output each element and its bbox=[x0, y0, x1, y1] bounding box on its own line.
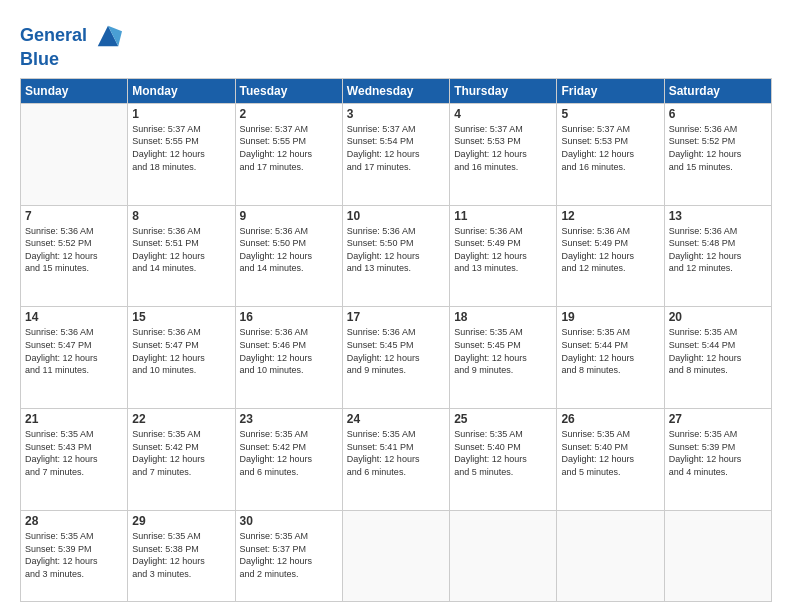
day-info: Sunrise: 5:35 AM Sunset: 5:37 PM Dayligh… bbox=[240, 530, 338, 580]
weekday-header-wednesday: Wednesday bbox=[342, 78, 449, 103]
calendar-week-row: 7Sunrise: 5:36 AM Sunset: 5:52 PM Daylig… bbox=[21, 205, 772, 307]
day-number: 21 bbox=[25, 412, 123, 426]
calendar-cell: 8Sunrise: 5:36 AM Sunset: 5:51 PM Daylig… bbox=[128, 205, 235, 307]
calendar-cell: 23Sunrise: 5:35 AM Sunset: 5:42 PM Dayli… bbox=[235, 409, 342, 511]
day-info: Sunrise: 5:35 AM Sunset: 5:38 PM Dayligh… bbox=[132, 530, 230, 580]
day-number: 15 bbox=[132, 310, 230, 324]
day-number: 6 bbox=[669, 107, 767, 121]
day-info: Sunrise: 5:36 AM Sunset: 5:52 PM Dayligh… bbox=[25, 225, 123, 275]
calendar-cell: 11Sunrise: 5:36 AM Sunset: 5:49 PM Dayli… bbox=[450, 205, 557, 307]
day-info: Sunrise: 5:35 AM Sunset: 5:45 PM Dayligh… bbox=[454, 326, 552, 376]
calendar-week-row: 14Sunrise: 5:36 AM Sunset: 5:47 PM Dayli… bbox=[21, 307, 772, 409]
day-number: 7 bbox=[25, 209, 123, 223]
day-info: Sunrise: 5:35 AM Sunset: 5:40 PM Dayligh… bbox=[561, 428, 659, 478]
day-info: Sunrise: 5:37 AM Sunset: 5:55 PM Dayligh… bbox=[132, 123, 230, 173]
calendar-cell: 24Sunrise: 5:35 AM Sunset: 5:41 PM Dayli… bbox=[342, 409, 449, 511]
calendar-cell: 28Sunrise: 5:35 AM Sunset: 5:39 PM Dayli… bbox=[21, 510, 128, 601]
day-info: Sunrise: 5:36 AM Sunset: 5:49 PM Dayligh… bbox=[561, 225, 659, 275]
day-number: 22 bbox=[132, 412, 230, 426]
calendar-cell bbox=[664, 510, 771, 601]
calendar-table: SundayMondayTuesdayWednesdayThursdayFrid… bbox=[20, 78, 772, 602]
calendar-cell: 18Sunrise: 5:35 AM Sunset: 5:45 PM Dayli… bbox=[450, 307, 557, 409]
day-number: 17 bbox=[347, 310, 445, 324]
calendar-cell: 4Sunrise: 5:37 AM Sunset: 5:53 PM Daylig… bbox=[450, 103, 557, 205]
day-info: Sunrise: 5:37 AM Sunset: 5:54 PM Dayligh… bbox=[347, 123, 445, 173]
day-number: 11 bbox=[454, 209, 552, 223]
calendar-cell bbox=[557, 510, 664, 601]
day-info: Sunrise: 5:35 AM Sunset: 5:39 PM Dayligh… bbox=[669, 428, 767, 478]
day-info: Sunrise: 5:36 AM Sunset: 5:50 PM Dayligh… bbox=[240, 225, 338, 275]
day-number: 9 bbox=[240, 209, 338, 223]
day-number: 20 bbox=[669, 310, 767, 324]
weekday-header-monday: Monday bbox=[128, 78, 235, 103]
day-info: Sunrise: 5:35 AM Sunset: 5:43 PM Dayligh… bbox=[25, 428, 123, 478]
day-info: Sunrise: 5:35 AM Sunset: 5:44 PM Dayligh… bbox=[669, 326, 767, 376]
day-info: Sunrise: 5:35 AM Sunset: 5:39 PM Dayligh… bbox=[25, 530, 123, 580]
day-info: Sunrise: 5:35 AM Sunset: 5:40 PM Dayligh… bbox=[454, 428, 552, 478]
day-number: 4 bbox=[454, 107, 552, 121]
calendar-cell: 1Sunrise: 5:37 AM Sunset: 5:55 PM Daylig… bbox=[128, 103, 235, 205]
day-number: 16 bbox=[240, 310, 338, 324]
logo-text: General bbox=[20, 22, 122, 50]
weekday-header-row: SundayMondayTuesdayWednesdayThursdayFrid… bbox=[21, 78, 772, 103]
day-info: Sunrise: 5:35 AM Sunset: 5:42 PM Dayligh… bbox=[240, 428, 338, 478]
day-info: Sunrise: 5:37 AM Sunset: 5:55 PM Dayligh… bbox=[240, 123, 338, 173]
weekday-header-saturday: Saturday bbox=[664, 78, 771, 103]
calendar-body: 1Sunrise: 5:37 AM Sunset: 5:55 PM Daylig… bbox=[21, 103, 772, 601]
day-info: Sunrise: 5:36 AM Sunset: 5:50 PM Dayligh… bbox=[347, 225, 445, 275]
logo-icon bbox=[94, 22, 122, 50]
day-number: 29 bbox=[132, 514, 230, 528]
weekday-header-thursday: Thursday bbox=[450, 78, 557, 103]
calendar-cell: 25Sunrise: 5:35 AM Sunset: 5:40 PM Dayli… bbox=[450, 409, 557, 511]
header: General Blue bbox=[20, 18, 772, 70]
calendar-cell: 27Sunrise: 5:35 AM Sunset: 5:39 PM Dayli… bbox=[664, 409, 771, 511]
day-number: 24 bbox=[347, 412, 445, 426]
calendar-cell: 16Sunrise: 5:36 AM Sunset: 5:46 PM Dayli… bbox=[235, 307, 342, 409]
weekday-header-friday: Friday bbox=[557, 78, 664, 103]
day-info: Sunrise: 5:36 AM Sunset: 5:47 PM Dayligh… bbox=[132, 326, 230, 376]
day-info: Sunrise: 5:36 AM Sunset: 5:51 PM Dayligh… bbox=[132, 225, 230, 275]
page: General Blue SundayMondayTuesdayWednesda… bbox=[0, 0, 792, 612]
day-info: Sunrise: 5:36 AM Sunset: 5:48 PM Dayligh… bbox=[669, 225, 767, 275]
day-info: Sunrise: 5:35 AM Sunset: 5:44 PM Dayligh… bbox=[561, 326, 659, 376]
day-number: 30 bbox=[240, 514, 338, 528]
day-info: Sunrise: 5:37 AM Sunset: 5:53 PM Dayligh… bbox=[454, 123, 552, 173]
day-info: Sunrise: 5:36 AM Sunset: 5:46 PM Dayligh… bbox=[240, 326, 338, 376]
calendar-cell: 3Sunrise: 5:37 AM Sunset: 5:54 PM Daylig… bbox=[342, 103, 449, 205]
calendar-cell: 30Sunrise: 5:35 AM Sunset: 5:37 PM Dayli… bbox=[235, 510, 342, 601]
day-number: 2 bbox=[240, 107, 338, 121]
logo-blue: Blue bbox=[20, 50, 122, 70]
weekday-header-tuesday: Tuesday bbox=[235, 78, 342, 103]
day-number: 1 bbox=[132, 107, 230, 121]
calendar-cell: 20Sunrise: 5:35 AM Sunset: 5:44 PM Dayli… bbox=[664, 307, 771, 409]
calendar-cell: 29Sunrise: 5:35 AM Sunset: 5:38 PM Dayli… bbox=[128, 510, 235, 601]
day-info: Sunrise: 5:36 AM Sunset: 5:52 PM Dayligh… bbox=[669, 123, 767, 173]
calendar-cell: 15Sunrise: 5:36 AM Sunset: 5:47 PM Dayli… bbox=[128, 307, 235, 409]
calendar-cell: 19Sunrise: 5:35 AM Sunset: 5:44 PM Dayli… bbox=[557, 307, 664, 409]
day-number: 3 bbox=[347, 107, 445, 121]
day-number: 12 bbox=[561, 209, 659, 223]
weekday-header-sunday: Sunday bbox=[21, 78, 128, 103]
calendar-cell: 12Sunrise: 5:36 AM Sunset: 5:49 PM Dayli… bbox=[557, 205, 664, 307]
calendar-week-row: 1Sunrise: 5:37 AM Sunset: 5:55 PM Daylig… bbox=[21, 103, 772, 205]
day-number: 18 bbox=[454, 310, 552, 324]
calendar-cell: 10Sunrise: 5:36 AM Sunset: 5:50 PM Dayli… bbox=[342, 205, 449, 307]
day-info: Sunrise: 5:36 AM Sunset: 5:47 PM Dayligh… bbox=[25, 326, 123, 376]
day-number: 13 bbox=[669, 209, 767, 223]
logo-general: General bbox=[20, 25, 87, 45]
day-info: Sunrise: 5:36 AM Sunset: 5:49 PM Dayligh… bbox=[454, 225, 552, 275]
day-number: 19 bbox=[561, 310, 659, 324]
calendar-cell: 14Sunrise: 5:36 AM Sunset: 5:47 PM Dayli… bbox=[21, 307, 128, 409]
calendar-cell bbox=[21, 103, 128, 205]
calendar-cell: 26Sunrise: 5:35 AM Sunset: 5:40 PM Dayli… bbox=[557, 409, 664, 511]
calendar-cell: 9Sunrise: 5:36 AM Sunset: 5:50 PM Daylig… bbox=[235, 205, 342, 307]
calendar-cell: 7Sunrise: 5:36 AM Sunset: 5:52 PM Daylig… bbox=[21, 205, 128, 307]
calendar-week-row: 21Sunrise: 5:35 AM Sunset: 5:43 PM Dayli… bbox=[21, 409, 772, 511]
day-number: 25 bbox=[454, 412, 552, 426]
calendar-cell bbox=[342, 510, 449, 601]
day-number: 28 bbox=[25, 514, 123, 528]
calendar-cell: 22Sunrise: 5:35 AM Sunset: 5:42 PM Dayli… bbox=[128, 409, 235, 511]
calendar-cell bbox=[450, 510, 557, 601]
day-number: 8 bbox=[132, 209, 230, 223]
day-number: 5 bbox=[561, 107, 659, 121]
